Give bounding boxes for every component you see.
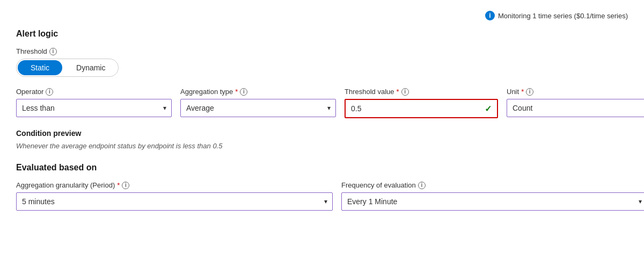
aggregation-granularity-required: * bbox=[117, 181, 120, 189]
threshold-value-required: * bbox=[397, 88, 399, 96]
monitoring-info-text: Monitoring 1 time series ($0.1/time seri… bbox=[498, 12, 628, 20]
frequency-info-icon[interactable]: i bbox=[418, 182, 426, 189]
top-bar: i Monitoring 1 time series ($0.1/time se… bbox=[16, 11, 628, 20]
threshold-value-field-group: Threshold value * i ✓ bbox=[345, 88, 498, 118]
monitoring-info-icon: i bbox=[485, 11, 495, 20]
aggregation-granularity-info-icon[interactable]: i bbox=[122, 182, 129, 189]
threshold-toggle-group[interactable]: Static Dynamic bbox=[16, 59, 119, 77]
unit-required: * bbox=[521, 88, 524, 96]
aggregation-type-required: * bbox=[235, 88, 238, 96]
unit-select-wrapper: Count Bytes Percent Milliseconds ▾ bbox=[507, 99, 644, 117]
unit-field-group: Unit * i Count Bytes Percent Millisecond… bbox=[507, 88, 644, 117]
alert-logic-title: Alert logic bbox=[16, 29, 628, 39]
unit-select[interactable]: Count Bytes Percent Milliseconds bbox=[507, 99, 644, 117]
threshold-value-input[interactable] bbox=[346, 100, 497, 117]
monitoring-info: i Monitoring 1 time series ($0.1/time se… bbox=[485, 11, 628, 20]
threshold-value-info-icon[interactable]: i bbox=[401, 88, 409, 96]
evaluated-based-on-title: Evaluated based on bbox=[16, 163, 628, 173]
static-toggle-button[interactable]: Static bbox=[18, 60, 62, 75]
aggregation-granularity-select-wrapper: 1 minute 5 minutes 15 minutes 30 minutes… bbox=[16, 192, 333, 211]
unit-info-icon[interactable]: i bbox=[526, 88, 533, 96]
condition-preview-text: Whenever the average endpoint status by … bbox=[16, 142, 628, 150]
aggregation-granularity-select[interactable]: 1 minute 5 minutes 15 minutes 30 minutes… bbox=[16, 192, 333, 211]
frequency-field-group: Frequency of evaluation i Every 1 Minute… bbox=[341, 181, 644, 211]
threshold-value-label: Threshold value * i bbox=[345, 88, 498, 96]
operator-field-group: Operator i Less than Greater than Equal … bbox=[16, 88, 172, 117]
condition-preview-title: Condition preview bbox=[16, 129, 628, 138]
aggregation-type-select-wrapper: Average Maximum Minimum Total Count ▾ bbox=[180, 99, 336, 117]
frequency-select-wrapper: Every 1 Minute Every 5 Minutes Every 15 … bbox=[341, 192, 644, 211]
operator-info-icon[interactable]: i bbox=[46, 88, 53, 96]
threshold-checkmark-icon: ✓ bbox=[485, 104, 492, 114]
frequency-select[interactable]: Every 1 Minute Every 5 Minutes Every 15 … bbox=[341, 192, 644, 211]
threshold-label: Threshold i bbox=[16, 47, 628, 55]
unit-label: Unit * i bbox=[507, 88, 644, 96]
aggregation-type-select[interactable]: Average Maximum Minimum Total Count bbox=[180, 99, 336, 117]
frequency-label: Frequency of evaluation i bbox=[341, 181, 644, 189]
evaluated-based-on-section: Evaluated based on Aggregation granulari… bbox=[16, 163, 628, 211]
threshold-info-icon[interactable]: i bbox=[49, 48, 57, 55]
aggregation-granularity-label: Aggregation granularity (Period) * i bbox=[16, 181, 333, 189]
alert-logic-section: Alert logic Threshold i Static Dynamic O… bbox=[16, 29, 628, 211]
evaluated-fields-row: Aggregation granularity (Period) * i 1 m… bbox=[16, 181, 628, 211]
condition-preview-section: Condition preview Whenever the average e… bbox=[16, 129, 628, 150]
dynamic-toggle-button[interactable]: Dynamic bbox=[63, 59, 118, 76]
alert-fields-row: Operator i Less than Greater than Equal … bbox=[16, 88, 628, 118]
operator-select[interactable]: Less than Greater than Equal to Not equa… bbox=[16, 99, 172, 117]
aggregation-type-label: Aggregation type * i bbox=[180, 88, 336, 96]
aggregation-type-info-icon[interactable]: i bbox=[240, 88, 247, 96]
aggregation-type-field-group: Aggregation type * i Average Maximum Min… bbox=[180, 88, 336, 117]
threshold-value-input-wrapper: ✓ bbox=[345, 99, 498, 118]
operator-select-wrapper: Less than Greater than Equal to Not equa… bbox=[16, 99, 172, 117]
operator-label: Operator i bbox=[16, 88, 172, 96]
aggregation-granularity-field-group: Aggregation granularity (Period) * i 1 m… bbox=[16, 181, 333, 211]
